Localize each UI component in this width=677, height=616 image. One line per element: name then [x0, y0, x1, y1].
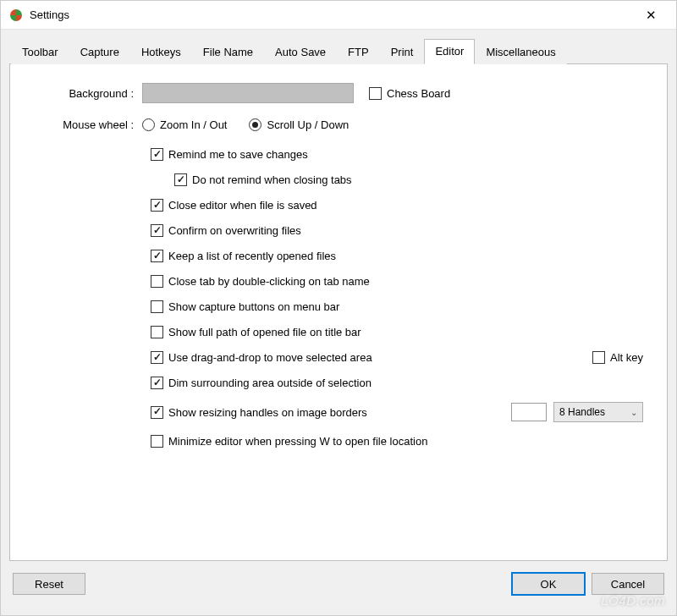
chess-board-label: Chess Board [387, 87, 450, 100]
show-capture-btns-row: Show capture buttons on menu bar [151, 300, 643, 313]
dim-surrounding-checkbox[interactable]: Dim surrounding area outside of selectio… [151, 377, 372, 389]
checkbox-icon [151, 435, 163, 448]
show-capture-btns-checkbox[interactable]: Show capture buttons on menu bar [151, 300, 339, 313]
close-on-save-label: Close editor when file is saved [168, 199, 317, 212]
close-tab-dbl-label: Close tab by double-clicking on tab name [168, 275, 370, 288]
minimize-on-w-row: Minimize editor when pressing W to open … [151, 435, 643, 448]
options-list: Remind me to save changes Do not remind … [34, 148, 643, 448]
reset-button[interactable]: Reset [13, 573, 85, 595]
scroll-radio[interactable]: Scroll Up / Down [249, 118, 349, 131]
mouse-wheel-label: Mouse wheel : [34, 118, 142, 131]
handles-combo[interactable]: 8 Handles ⌄ [553, 402, 643, 422]
handles-number-field[interactable] [511, 403, 547, 421]
confirm-overwrite-row: Confirm on overwriting files [151, 224, 643, 237]
remind-save-row: Remind me to save changes [151, 148, 643, 161]
checkbox-icon [151, 377, 163, 389]
checkbox-icon [151, 406, 163, 419]
tab-hotkeys[interactable]: Hotkeys [130, 40, 192, 64]
remind-save-label: Remind me to save changes [168, 148, 308, 161]
app-icon [9, 8, 23, 22]
checkbox-icon [174, 173, 187, 186]
checkbox-icon [369, 87, 382, 100]
close-on-save-row: Close editor when file is saved [151, 199, 643, 212]
confirm-overwrite-checkbox[interactable]: Confirm on overwriting files [151, 224, 301, 237]
checkbox-icon [151, 351, 163, 364]
mouse-wheel-row: Mouse wheel : Zoom In / Out Scroll Up / … [34, 118, 643, 131]
zoom-radio-label: Zoom In / Out [160, 118, 227, 131]
checkbox-icon [151, 275, 163, 288]
chess-board-checkbox[interactable]: Chess Board [369, 87, 450, 100]
handles-combo-value: 8 Handles [559, 406, 605, 418]
no-remind-tabs-label: Do not remind when closing tabs [192, 173, 352, 186]
checkbox-icon [151, 250, 163, 262]
titlebar: Settings ✕ [1, 1, 676, 30]
zoom-radio[interactable]: Zoom In / Out [142, 118, 227, 131]
ok-button[interactable]: OK [512, 573, 585, 595]
dim-surrounding-row: Dim surrounding area outside of selectio… [151, 377, 643, 389]
settings-window: Settings ✕ Toolbar Capture Hotkeys File … [0, 0, 677, 616]
show-handles-row: Show resizing handles on image borders 8… [151, 402, 643, 422]
dialog-footer: Reset OK Cancel [9, 561, 668, 607]
alt-key-checkbox[interactable]: Alt key [592, 351, 643, 364]
keep-recent-row: Keep a list of recently opened files [151, 250, 643, 262]
checkbox-icon [592, 351, 605, 364]
checkbox-icon [151, 148, 163, 161]
background-row: Background : Chess Board [34, 83, 643, 103]
tab-autosave[interactable]: Auto Save [264, 40, 337, 64]
chevron-down-icon: ⌄ [630, 408, 637, 417]
window-title: Settings [30, 8, 634, 21]
show-full-path-checkbox[interactable]: Show full path of opened file on title b… [151, 326, 361, 338]
remind-save-checkbox[interactable]: Remind me to save changes [151, 148, 308, 161]
show-handles-checkbox[interactable]: Show resizing handles on image borders [151, 406, 367, 419]
minimize-on-w-checkbox[interactable]: Minimize editor when pressing W to open … [151, 435, 427, 448]
tab-editor[interactable]: Editor [424, 39, 475, 64]
no-remind-tabs-checkbox[interactable]: Do not remind when closing tabs [174, 173, 352, 186]
editor-panel: Background : Chess Board Mouse wheel : Z… [9, 63, 668, 561]
tab-print[interactable]: Print [380, 40, 425, 64]
show-full-path-row: Show full path of opened file on title b… [151, 326, 643, 338]
close-tab-dbl-row: Close tab by double-clicking on tab name [151, 275, 643, 288]
client-area: Toolbar Capture Hotkeys File Name Auto S… [1, 30, 676, 615]
show-handles-label: Show resizing handles on image borders [168, 406, 367, 419]
tab-misc[interactable]: Miscellaneous [475, 40, 566, 64]
tab-toolbar[interactable]: Toolbar [11, 40, 69, 64]
checkbox-icon [151, 326, 163, 338]
background-color-swatch[interactable] [142, 83, 354, 103]
close-on-save-checkbox[interactable]: Close editor when file is saved [151, 199, 317, 212]
keep-recent-label: Keep a list of recently opened files [168, 250, 336, 262]
tab-capture[interactable]: Capture [69, 40, 130, 64]
checkbox-icon [151, 199, 163, 212]
scroll-radio-label: Scroll Up / Down [267, 118, 349, 131]
alt-key-label: Alt key [610, 351, 643, 364]
drag-drop-move-row: Use drag-and-drop to move selected area … [151, 351, 643, 364]
checkbox-icon [151, 300, 163, 313]
drag-drop-move-checkbox[interactable]: Use drag-and-drop to move selected area [151, 351, 372, 364]
checkbox-icon [151, 224, 163, 237]
radio-icon [142, 118, 155, 131]
close-button[interactable]: ✕ [634, 8, 668, 23]
tab-strip: Toolbar Capture Hotkeys File Name Auto S… [9, 38, 668, 63]
close-tab-dbl-checkbox[interactable]: Close tab by double-clicking on tab name [151, 275, 370, 288]
dim-surrounding-label: Dim surrounding area outside of selectio… [168, 377, 372, 389]
cancel-button[interactable]: Cancel [592, 573, 664, 595]
tab-ftp[interactable]: FTP [337, 40, 380, 64]
show-capture-btns-label: Show capture buttons on menu bar [168, 300, 339, 313]
minimize-on-w-label: Minimize editor when pressing W to open … [168, 435, 427, 448]
no-remind-tabs-row: Do not remind when closing tabs [151, 173, 643, 186]
tab-filename[interactable]: File Name [192, 40, 264, 64]
confirm-overwrite-label: Confirm on overwriting files [168, 224, 301, 237]
keep-recent-checkbox[interactable]: Keep a list of recently opened files [151, 250, 336, 262]
background-label: Background : [34, 87, 142, 100]
radio-icon [249, 118, 261, 131]
show-full-path-label: Show full path of opened file on title b… [168, 326, 361, 338]
drag-drop-move-label: Use drag-and-drop to move selected area [168, 351, 372, 364]
